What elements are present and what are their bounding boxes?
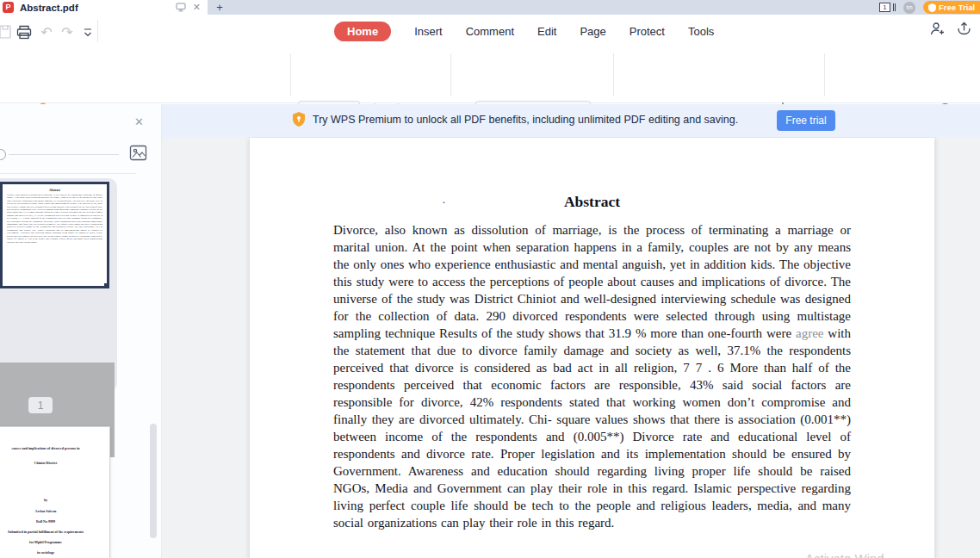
share-with-user-icon[interactable] (930, 22, 946, 36)
window-layout-badge[interactable]: 1 (879, 3, 890, 12)
tab-insert[interactable]: Insert (414, 25, 443, 38)
window-layout-bars-icon (893, 3, 896, 11)
banner-message: Try WPS Premium to unlock all PDF benefi… (313, 114, 738, 126)
tab-comment[interactable]: Comment (466, 25, 514, 38)
page1-number-badge: 1 (28, 397, 53, 413)
new-tab-button[interactable]: + (212, 0, 227, 15)
tab-page[interactable]: Page (580, 25, 605, 38)
close-tab-icon[interactable]: ✕ (193, 2, 201, 13)
agree-highlight: agree (796, 326, 823, 340)
thumbnail-panel: ✕ Abstract Divorce, also known as dissol… (0, 104, 162, 558)
tab-home[interactable]: Home (334, 22, 391, 41)
thumbnail-size-slider[interactable] (9, 154, 119, 155)
pdf-page[interactable]: · Abstract Divorce, also known as dissol… (250, 138, 934, 558)
abstract-paragraph: Divorce, also known as dissolution of ma… (333, 221, 851, 531)
sidebar-scrollbar[interactable] (150, 424, 157, 538)
premium-shield-icon (293, 112, 305, 127)
document-tab[interactable]: P Abstract.pdf ✕ (0, 0, 208, 15)
activate-windows-watermark: Activate Wind (805, 551, 884, 558)
free-trial-button[interactable]: Free trial (777, 110, 835, 131)
thumbnail-view-icon[interactable] (129, 145, 147, 161)
menu-tab-strip: Home Insert Comment Edit Page Protect To… (334, 15, 714, 48)
tab-tools[interactable]: Tools (688, 25, 714, 38)
abstract-heading: Abstract (333, 193, 851, 211)
premium-banner: Try WPS Premium to unlock all PDF benefi… (162, 104, 980, 137)
page1-thumbnail[interactable]: Abstract Divorce, also known as dissolut… (0, 178, 117, 392)
undo-icon[interactable]: ↶ (36, 22, 57, 42)
share-export-icon[interactable] (956, 22, 971, 36)
customize-toolbar-icon[interactable] (78, 22, 98, 42)
page2-thumbnail[interactable]: causes and implications of divorced pers… (0, 426, 110, 558)
quick-access-toolbar: ↶ ↷ Home Insert Comment Edit Page Protec… (0, 15, 980, 48)
tab-edit[interactable]: Edit (537, 25, 556, 38)
ribbon: Edit Content▾ PDF to Word▾ PDF to Pictur… (0, 48, 980, 103)
page1-thumbnail-page: Abstract Divorce, also known as dissolut… (0, 182, 109, 288)
free-trial-pill-button[interactable]: Free Trial (923, 1, 980, 14)
print-icon[interactable] (14, 22, 34, 42)
monitor-icon[interactable] (176, 3, 186, 12)
tab-protect[interactable]: Protect (630, 25, 665, 38)
tab-title: Abstract.pdf (20, 3, 78, 13)
premium-shield-icon (928, 3, 936, 12)
wps-pdf-logo-icon: P (3, 2, 14, 13)
wps-pdf-window: P Abstract.pdf ✕ + 1 tm Free Trial (0, 0, 980, 558)
slider-knob[interactable] (0, 149, 6, 160)
close-panel-icon[interactable]: ✕ (134, 115, 144, 128)
tab-bar: P Abstract.pdf ✕ + 1 tm Free Trial (0, 0, 980, 15)
user-avatar[interactable]: tm (903, 2, 915, 14)
document-view[interactable]: · Abstract Divorce, also known as dissol… (162, 137, 980, 558)
redo-icon[interactable]: ↷ (57, 22, 78, 42)
selection-handle (104, 283, 109, 288)
